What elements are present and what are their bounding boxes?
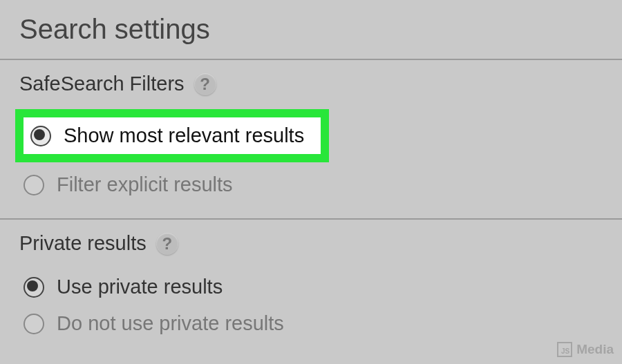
help-icon[interactable]: ?: [194, 73, 216, 95]
settings-page: Search settings SafeSearch Filters ? Sho…: [0, 0, 622, 364]
safesearch-section: SafeSearch Filters ? Show most relevant …: [0, 60, 622, 218]
private-results-title: Private results: [19, 232, 147, 255]
radio-show-relevant[interactable]: [30, 126, 51, 146]
option-label: Show most relevant results: [64, 124, 304, 147]
option-label: Filter explicit results: [57, 173, 233, 196]
js-badge-icon: JS: [557, 342, 572, 357]
private-results-header: Private results ?: [19, 232, 622, 255]
radio-filter-explicit[interactable]: [23, 175, 44, 195]
watermark: JS Media: [557, 342, 614, 357]
option-no-private[interactable]: Do not use private results: [19, 305, 622, 342]
option-label: Do not use private results: [57, 312, 284, 335]
page-title: Search settings: [0, 0, 622, 59]
radio-use-private[interactable]: [23, 277, 44, 298]
option-label: Use private results: [57, 276, 223, 298]
option-use-private[interactable]: Use private results: [19, 269, 622, 305]
help-icon[interactable]: ?: [156, 233, 178, 255]
option-filter-explicit[interactable]: Filter explicit results: [19, 166, 622, 203]
option-show-relevant[interactable]: Show most relevant results: [15, 109, 329, 162]
private-results-section: Private results ? Use private results Do…: [0, 220, 622, 357]
safesearch-title: SafeSearch Filters: [19, 73, 185, 95]
safesearch-header: SafeSearch Filters ?: [19, 73, 622, 95]
radio-no-private[interactable]: [23, 314, 44, 334]
watermark-text: Media: [576, 342, 614, 357]
